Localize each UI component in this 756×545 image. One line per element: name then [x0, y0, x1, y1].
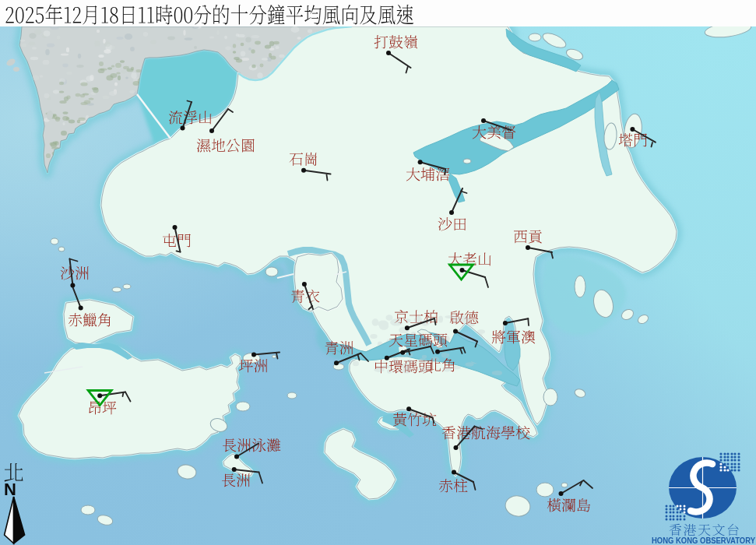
svg-text:HONG KONG OBSERVATORY: HONG KONG OBSERVATORY [652, 536, 755, 545]
svg-text:N: N [4, 480, 16, 499]
